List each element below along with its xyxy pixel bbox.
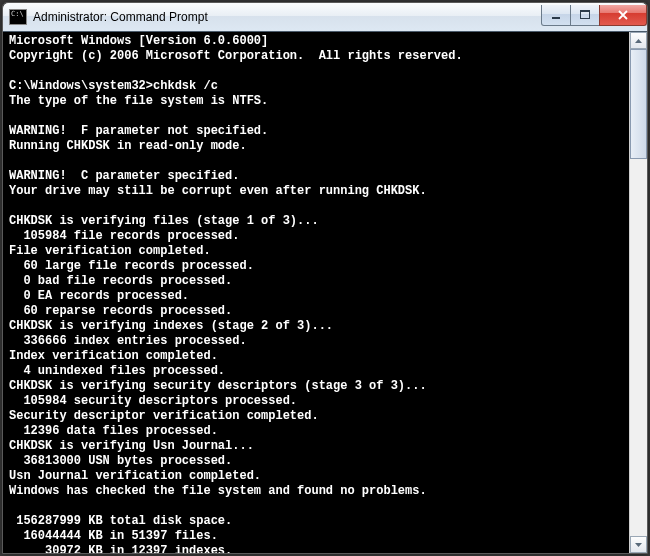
terminal-line [9,154,629,169]
terminal-line: WARNING! F parameter not specified. [9,124,629,139]
maximize-icon [580,10,590,20]
terminal-output[interactable]: Microsoft Windows [Version 6.0.6000]Copy… [3,32,629,553]
window-title: Administrator: Command Prompt [33,10,208,24]
terminal-line: Copyright (c) 2006 Microsoft Corporation… [9,49,629,64]
client-area: Microsoft Windows [Version 6.0.6000]Copy… [3,32,647,553]
chevron-down-icon [635,543,642,547]
terminal-line: Running CHKDSK in read-only mode. [9,139,629,154]
terminal-line [9,64,629,79]
cmd-icon [9,9,27,25]
terminal-line: Index verification completed. [9,349,629,364]
window-buttons [542,5,647,25]
svg-rect-2 [580,10,590,12]
terminal-line: Security descriptor verification complet… [9,409,629,424]
terminal-line: 60 large file records processed. [9,259,629,274]
terminal-line: Your drive may still be corrupt even aft… [9,184,629,199]
scroll-up-button[interactable] [630,32,647,49]
terminal-line: 4 unindexed files processed. [9,364,629,379]
terminal-line: The type of the file system is NTFS. [9,94,629,109]
command-prompt-window: Administrator: Command Prompt Microsoft … [2,2,648,554]
terminal-line: CHKDSK is verifying Usn Journal... [9,439,629,454]
terminal-line: CHKDSK is verifying files (stage 1 of 3)… [9,214,629,229]
terminal-line: 0 bad file records processed. [9,274,629,289]
terminal-line: WARNING! C parameter specified. [9,169,629,184]
terminal-line [9,499,629,514]
terminal-line: 105984 security descriptors processed. [9,394,629,409]
terminal-line: CHKDSK is verifying security descriptors… [9,379,629,394]
terminal-line: 30972 KB in 12397 indexes. [9,544,629,553]
minimize-icon [551,10,561,20]
terminal-line: 16044444 KB in 51397 files. [9,529,629,544]
close-button[interactable] [599,5,647,26]
terminal-line: File verification completed. [9,244,629,259]
vertical-scrollbar[interactable] [629,32,647,553]
terminal-line: 12396 data files processed. [9,424,629,439]
terminal-line: Windows has checked the file system and … [9,484,629,499]
terminal-line: 0 EA records processed. [9,289,629,304]
terminal-line: CHKDSK is verifying indexes (stage 2 of … [9,319,629,334]
terminal-line [9,199,629,214]
titlebar[interactable]: Administrator: Command Prompt [3,3,647,32]
terminal-line: 336666 index entries processed. [9,334,629,349]
scroll-thumb[interactable] [630,49,647,159]
svg-rect-0 [552,17,560,19]
minimize-button[interactable] [541,5,571,26]
scroll-down-button[interactable] [630,536,647,553]
terminal-line: Usn Journal verification completed. [9,469,629,484]
close-icon [617,10,629,20]
maximize-button[interactable] [570,5,600,26]
chevron-up-icon [635,39,642,43]
terminal-line [9,109,629,124]
terminal-line: 156287999 KB total disk space. [9,514,629,529]
terminal-line: Microsoft Windows [Version 6.0.6000] [9,34,629,49]
terminal-line: 36813000 USN bytes processed. [9,454,629,469]
terminal-line: C:\Windows\system32>chkdsk /c [9,79,629,94]
terminal-line: 60 reparse records processed. [9,304,629,319]
terminal-line: 105984 file records processed. [9,229,629,244]
